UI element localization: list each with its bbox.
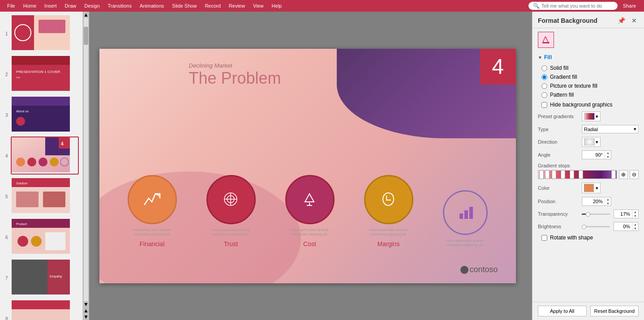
add-stop-btn[interactable]: ⊕ [619,170,628,179]
preset-gradients-picker[interactable]: ▾ [582,111,601,121]
slide-thumb-1[interactable]: 1 [11,14,79,52]
brightness-row: Brightness ▲ ▼ [532,220,644,233]
format-background-panel: Format Background 📌 ✕ ▼ Fill Solid fill … [532,12,644,320]
brightness-spin-up[interactable]: ▲ [632,222,638,226]
direction-dropdown-icon: ▾ [596,139,598,145]
stop-handle-1[interactable] [539,170,544,179]
ribbon-help[interactable]: Help [268,2,286,9]
preset-gradients-row: Preset gradients ▾ [532,110,644,123]
transparency-spin-up[interactable]: ▲ [632,210,638,214]
brightness-input[interactable] [614,223,632,230]
circle-trust-label: Trust [224,240,238,247]
angle-spin-up[interactable]: ▲ [605,151,611,155]
fill-icon-bucket[interactable] [538,32,554,48]
ribbon-review[interactable]: Review [225,2,249,9]
position-spin-down[interactable]: ▼ [605,201,611,205]
angle-input[interactable] [582,151,605,158]
ribbon-view[interactable]: View [249,2,267,9]
slide-thumb-3[interactable]: 3 About us [11,96,79,134]
circle-trust-icon [206,175,256,224]
transparency-thumb[interactable] [586,212,590,217]
rotate-shape-row[interactable]: Rotate with shape [532,233,644,243]
picture-texture-radio[interactable] [541,83,547,89]
hide-bg-checkbox[interactable] [541,102,547,108]
solid-fill-radio[interactable] [541,65,547,71]
ribbon-draw[interactable]: Draw [61,2,80,9]
slide-thumb-2[interactable]: 2 PRESENTATION 1 COVER title [11,55,79,93]
search-input[interactable] [541,3,613,9]
gradient-fill-option[interactable]: Gradient fill [541,74,635,80]
pattern-fill-option[interactable]: Pattern fill [541,92,635,98]
slide-thumb-6[interactable]: 6 Product [11,218,79,256]
reset-background-button[interactable]: Reset Background [590,306,639,316]
angle-spinbox[interactable]: ▲ ▼ [582,150,611,159]
slide-panel: 1 2 PRESENTATION 1 COVER title 3 [0,12,83,320]
hide-bg-checkbox-row[interactable]: Hide background graphics [532,100,644,110]
type-label: Type [538,127,578,132]
transparency-track[interactable] [582,213,610,215]
brightness-spinbox[interactable]: ▲ ▼ [614,222,639,231]
rotate-shape-checkbox[interactable] [541,235,547,241]
ribbon-design[interactable]: Design [81,2,103,9]
ribbon-transitions[interactable]: Transitions [104,2,135,9]
slide-preview-8 [12,300,70,320]
ribbon-record[interactable]: Record [201,2,224,9]
scroll-down-btn[interactable]: ▼ [83,301,89,307]
brightness-spin-down[interactable]: ▼ [632,226,638,230]
transparency-spinbox[interactable]: ▲ ▼ [614,209,639,218]
svg-point-17 [27,158,36,166]
svg-rect-25 [43,192,65,207]
pin-icon[interactable]: 📌 [616,16,627,25]
slide-thumb-4[interactable]: 4 4 [11,137,79,175]
transparency-input[interactable] [614,210,632,218]
direction-picker[interactable]: ▾ [582,137,601,147]
ribbon-animations[interactable]: Animations [136,2,167,9]
share-button[interactable]: Share [618,2,640,9]
slide-preview-3: About us [12,97,70,132]
brightness-thumb[interactable] [582,225,586,229]
fill-arrow-icon: ▼ [538,55,542,60]
ribbon-insert[interactable]: Insert [41,2,60,9]
angle-row: Angle ▲ ▼ [532,149,644,161]
angle-spin-down[interactable]: ▼ [605,155,611,159]
gradient-fill-radio[interactable] [541,74,547,80]
scroll-nav-up[interactable]: ▲ [83,307,89,314]
stops-track[interactable] [538,170,617,179]
solid-fill-option[interactable]: Solid fill [541,65,635,71]
fill-section-header[interactable]: ▼ Fill [532,51,644,63]
position-spinbox[interactable]: ▲ ▼ [582,197,611,206]
scroll-thumb[interactable] [84,27,88,45]
picture-texture-option[interactable]: Picture or texture fill [541,83,635,89]
slide-thumb-7[interactable]: 7 Empathy [11,259,79,297]
stop-handle-3[interactable] [552,170,556,179]
slide-thumb-5[interactable]: 5 Solution [11,177,79,215]
fill-type-icons [532,28,644,51]
scroll-nav-down[interactable]: ▼ [83,314,89,320]
stop-handle-7[interactable] [611,170,616,179]
apply-to-all-button[interactable]: Apply to All [538,306,587,316]
pattern-fill-radio[interactable] [541,92,547,98]
color-picker[interactable]: ▾ [582,183,601,193]
stop-handle-4[interactable] [561,170,565,179]
close-icon[interactable]: ✕ [630,16,639,25]
transparency-spin-down[interactable]: ▼ [632,214,638,218]
stop-handle-5[interactable] [570,170,574,179]
brightness-track[interactable] [582,226,610,227]
stop-handle-6[interactable] [579,170,583,179]
scroll-up-btn[interactable]: ▲ [83,12,89,18]
svg-text:title: title [16,76,21,79]
remove-stop-btn[interactable]: ⊖ [630,170,639,179]
ribbon-home[interactable]: Home [20,2,40,9]
angle-spin-buttons: ▲ ▼ [605,151,611,159]
ribbon-file[interactable]: File [4,2,19,9]
stop-handle-2[interactable] [545,170,550,179]
position-input[interactable] [582,198,605,205]
ribbon-slideshow[interactable]: Slide Show [168,2,200,9]
gradient-stops-section: Gradient stops ⊕ ⊖ [532,161,644,181]
slide-thumb-8[interactable]: 8 [11,299,79,320]
type-dropdown[interactable]: Radial ▾ [582,125,639,133]
position-spin-up[interactable]: ▲ [605,197,611,201]
canvas-area: ▲ ▼ ▲ ▼ 4 Declining Market The Problem [83,12,532,320]
type-row: Type Radial ▾ [532,123,644,135]
gradient-fill-label: Gradient fill [550,74,577,80]
